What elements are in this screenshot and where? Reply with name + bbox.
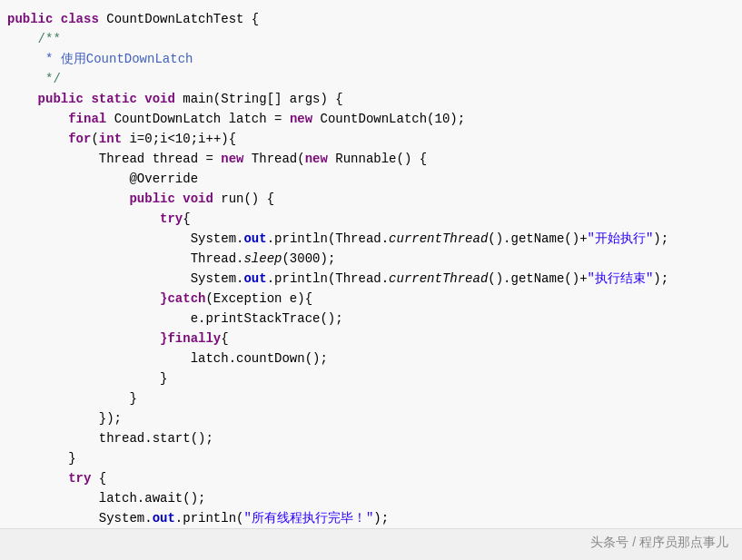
code-line: System.out.println("所有线程执行完毕！"); — [7, 508, 733, 528]
code-token: } — [7, 391, 137, 406]
code-token: "执行结束" — [588, 271, 654, 286]
code-token: public static void — [38, 92, 183, 106]
code-token: Runnable() { — [335, 152, 427, 166]
code-token: System. — [7, 271, 243, 286]
code-line: latch.await(); — [7, 488, 733, 508]
code-token: { — [221, 331, 228, 346]
code-line: Thread.sleep(3000); — [7, 249, 733, 269]
code-line: * 使用CountDownLatch — [7, 49, 733, 69]
code-line: Thread thread = new Thread(new Runnable(… — [7, 149, 733, 169]
code-line: } — [7, 388, 733, 408]
code-line: final CountDownLatch latch = new CountDo… — [7, 109, 733, 129]
code-token: } — [7, 451, 76, 466]
code-line: } — [7, 368, 733, 388]
code-line: }); — [7, 408, 733, 428]
code-token: for — [68, 132, 91, 146]
code-token: (Exception e){ — [205, 291, 312, 306]
code-token: { — [99, 471, 106, 486]
code-token: new — [221, 152, 252, 166]
code-token: out — [153, 511, 175, 526]
code-line: System.out.println(Thread.currentThread(… — [7, 269, 733, 289]
code-token: e.printStackTrace(); — [7, 311, 343, 326]
code-token: "所有线程执行完毕！" — [243, 511, 373, 526]
watermark: 头条号 / 程序员那点事儿 — [590, 535, 728, 551]
code-token: ( — [91, 132, 98, 146]
code-token: * 使用CountDownLatch — [7, 52, 193, 66]
code-line: e.printStackTrace(); — [7, 309, 733, 329]
code-token: { — [183, 211, 190, 226]
code-token — [7, 132, 68, 146]
code-token: System. — [7, 511, 153, 526]
code-token: ); — [653, 271, 668, 286]
code-line: try{ — [7, 209, 733, 229]
code-token: currentThread — [389, 271, 488, 286]
code-token: new — [290, 112, 321, 126]
code-token: Thread( — [252, 152, 305, 166]
code-token: public void — [129, 192, 221, 206]
code-token — [7, 112, 68, 126]
code-token: CountDownLatch(10); — [320, 112, 465, 126]
code-token: thread.start(); — [7, 431, 213, 446]
code-token: ().getName()+ — [488, 271, 587, 286]
code-token: public — [7, 12, 61, 26]
code-token — [7, 331, 160, 346]
code-token: CountDownLatch latch = — [114, 112, 290, 126]
code-line: try { — [7, 468, 733, 488]
code-line: */ — [7, 69, 733, 89]
code-token: Thread. — [7, 251, 243, 266]
code-token: latch.await(); — [7, 491, 205, 506]
code-token: out — [243, 271, 266, 286]
code-token: .println(Thread. — [267, 231, 389, 246]
code-token: /** — [7, 32, 61, 46]
code-token: }); — [7, 411, 122, 426]
code-token: ); — [653, 231, 668, 246]
code-line: }catch(Exception e){ — [7, 289, 733, 309]
code-token: .println(Thread. — [267, 271, 389, 286]
code-container: public class CountDownLatchTest { /** * … — [0, 0, 742, 560]
code-line: }finally{ — [7, 329, 733, 349]
code-token — [7, 291, 160, 306]
code-token — [7, 211, 160, 226]
code-token: main(String[] args) { — [183, 92, 342, 106]
code-token: @Override — [7, 172, 198, 186]
code-line: /** — [7, 29, 733, 49]
code-token: try — [68, 471, 99, 486]
code-token: */ — [7, 72, 61, 86]
code-token: ().getName()+ — [488, 231, 587, 246]
code-token: final — [68, 112, 114, 126]
code-line: public void run() { — [7, 189, 733, 209]
code-token: latch.countDown(); — [7, 351, 328, 366]
code-token: Thread thread = — [7, 152, 221, 166]
code-line: latch.countDown(); — [7, 349, 733, 368]
code-token: i=0;i<10;i++){ — [122, 132, 236, 146]
code-token: CountDownLatchTest { — [106, 12, 259, 26]
code-token: out — [243, 231, 266, 246]
code-token — [7, 471, 68, 486]
code-line: @Override — [7, 169, 733, 189]
code-token: currentThread — [389, 231, 488, 246]
code-token: } — [7, 371, 167, 386]
code-line: System.out.println(Thread.currentThread(… — [7, 229, 733, 249]
code-token: .println( — [175, 511, 244, 526]
code-token: }finally — [160, 331, 221, 346]
code-line: public static void main(String[] args) { — [7, 89, 733, 109]
code-token — [7, 192, 129, 206]
code-line: thread.start(); — [7, 428, 733, 448]
code-line: for(int i=0;i<10;i++){ — [7, 129, 733, 149]
code-block: public class CountDownLatchTest { /** * … — [0, 9, 742, 560]
code-token: sleep — [243, 251, 282, 266]
code-token: new — [305, 152, 336, 166]
code-token: (3000); — [282, 251, 335, 266]
code-line: } — [7, 448, 733, 468]
code-token: ); — [373, 511, 389, 526]
bottom-bar: 头条号 / 程序员那点事儿 — [0, 528, 742, 560]
code-token: run() { — [221, 192, 274, 206]
code-token: }catch — [160, 291, 205, 306]
code-line: public class CountDownLatchTest { — [7, 9, 733, 29]
code-token: try — [160, 211, 183, 226]
code-token: int — [99, 132, 122, 146]
code-token: "开始执行" — [588, 231, 654, 246]
code-token: System. — [7, 231, 243, 246]
code-token: class — [61, 12, 106, 26]
code-token — [7, 92, 38, 106]
